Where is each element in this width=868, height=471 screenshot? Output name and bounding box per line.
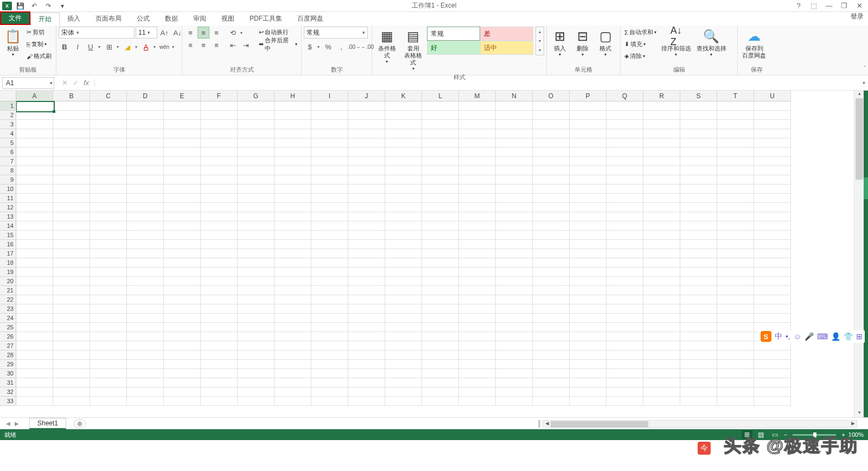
cell-D6[interactable] — [127, 148, 164, 157]
cell-P14[interactable] — [570, 221, 607, 231]
cell-I20[interactable] — [311, 277, 348, 286]
cell-E10[interactable] — [164, 184, 201, 194]
cell-S7[interactable] — [680, 157, 717, 166]
cell-K7[interactable] — [385, 157, 422, 166]
cell-K15[interactable] — [385, 231, 422, 240]
cell-D12[interactable] — [127, 203, 164, 212]
cell-F14[interactable] — [201, 221, 238, 231]
cell-T8[interactable] — [717, 166, 754, 175]
cell-J16[interactable] — [348, 240, 385, 249]
cell-I29[interactable] — [311, 360, 348, 369]
merge-center-button[interactable]: ⬌合并后居中▾ — [257, 39, 299, 50]
cell-F21[interactable] — [201, 286, 238, 295]
cell-K25[interactable] — [385, 323, 422, 332]
cell-U5[interactable] — [754, 138, 791, 148]
cell-R13[interactable] — [643, 212, 680, 221]
cell-U8[interactable] — [754, 166, 791, 175]
cell-O10[interactable] — [533, 184, 570, 194]
cell-S1[interactable] — [680, 101, 717, 111]
cell-O8[interactable] — [533, 166, 570, 175]
cell-J7[interactable] — [348, 157, 385, 166]
cell-H6[interactable] — [275, 148, 311, 157]
cell-P15[interactable] — [570, 231, 607, 240]
cell-I25[interactable] — [311, 323, 348, 332]
row-header-28[interactable]: 28 — [0, 351, 16, 360]
cell-O5[interactable] — [533, 138, 570, 148]
zoom-in-button[interactable]: + — [841, 431, 845, 438]
cell-L20[interactable] — [422, 277, 459, 286]
tab-baidu[interactable]: 百度网盘 — [290, 12, 331, 26]
cell-T18[interactable] — [717, 258, 754, 268]
cell-H33[interactable] — [275, 397, 311, 406]
cell-G10[interactable] — [238, 184, 275, 194]
cell-H17[interactable] — [275, 249, 311, 258]
cell-T4[interactable] — [717, 129, 754, 138]
cell-K5[interactable] — [385, 138, 422, 148]
cell-G9[interactable] — [238, 175, 275, 184]
cell-G17[interactable] — [238, 249, 275, 258]
cell-P21[interactable] — [570, 286, 607, 295]
cell-M12[interactable] — [459, 203, 496, 212]
cell-B6[interactable] — [53, 148, 90, 157]
cell-G18[interactable] — [238, 258, 275, 268]
cell-C16[interactable] — [90, 240, 127, 249]
cell-B4[interactable] — [53, 129, 90, 138]
cell-C33[interactable] — [90, 397, 127, 406]
select-all-corner[interactable] — [0, 91, 16, 101]
cell-N33[interactable] — [496, 397, 533, 406]
cell-F16[interactable] — [201, 240, 238, 249]
cell-H31[interactable] — [275, 378, 311, 387]
cell-J5[interactable] — [348, 138, 385, 148]
cell-P5[interactable] — [570, 138, 607, 148]
page-break-view-button[interactable]: ▭ — [770, 430, 781, 439]
cell-U10[interactable] — [754, 184, 791, 194]
ime-toolbar[interactable]: S 中 •, ☺ 🎤 ⌨ 👤 👕 ⊞ — [758, 330, 865, 343]
cell-R22[interactable] — [643, 295, 680, 304]
cell-S27[interactable] — [680, 341, 717, 351]
cell-U19[interactable] — [754, 268, 791, 277]
cell-T20[interactable] — [717, 277, 754, 286]
cell-G8[interactable] — [238, 166, 275, 175]
ime-punct[interactable]: •, — [786, 332, 790, 341]
help-button[interactable]: ? — [792, 1, 805, 11]
cell-L32[interactable] — [422, 387, 459, 397]
cell-K8[interactable] — [385, 166, 422, 175]
cell-C2[interactable] — [90, 111, 127, 120]
cell-T1[interactable] — [717, 101, 754, 111]
cell-I22[interactable] — [311, 295, 348, 304]
cell-S30[interactable] — [680, 369, 717, 378]
cell-B20[interactable] — [53, 277, 90, 286]
autosum-button[interactable]: Σ自动求和▾ — [623, 27, 658, 38]
cell-E1[interactable] — [164, 101, 201, 111]
cell-O11[interactable] — [533, 194, 570, 203]
cell-E17[interactable] — [164, 249, 201, 258]
cell-M5[interactable] — [459, 138, 496, 148]
cell-D13[interactable] — [127, 212, 164, 221]
cell-B33[interactable] — [53, 397, 90, 406]
cell-K17[interactable] — [385, 249, 422, 258]
collapse-ribbon-button[interactable]: ˆ — [864, 65, 866, 73]
tab-insert[interactable]: 插入 — [60, 12, 88, 26]
cell-M13[interactable] — [459, 212, 496, 221]
cell-S5[interactable] — [680, 138, 717, 148]
insert-function-button[interactable]: fx — [81, 79, 91, 87]
cell-B10[interactable] — [53, 184, 90, 194]
cell-N29[interactable] — [496, 360, 533, 369]
cell-R3[interactable] — [643, 120, 680, 129]
cell-M14[interactable] — [459, 221, 496, 231]
cell-N5[interactable] — [496, 138, 533, 148]
cell-U22[interactable] — [754, 295, 791, 304]
accounting-dropdown[interactable]: ▾ — [316, 44, 321, 49]
cell-I32[interactable] — [311, 387, 348, 397]
cell-B29[interactable] — [53, 360, 90, 369]
cell-S17[interactable] — [680, 249, 717, 258]
cell-G20[interactable] — [238, 277, 275, 286]
cell-B23[interactable] — [53, 304, 90, 314]
cell-U9[interactable] — [754, 175, 791, 184]
cell-L18[interactable] — [422, 258, 459, 268]
cell-J10[interactable] — [348, 184, 385, 194]
cell-E24[interactable] — [164, 314, 201, 323]
cell-H30[interactable] — [275, 369, 311, 378]
cell-D30[interactable] — [127, 369, 164, 378]
tab-file[interactable]: 文件 — [0, 11, 30, 25]
